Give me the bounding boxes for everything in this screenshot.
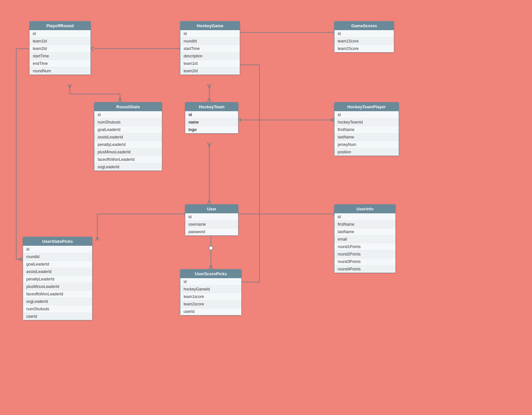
field-roundstats-penaltyleaderid: penaltyLeaderId (94, 141, 162, 148)
entity-userinfo: UserInfo id firstName lastName email rou… (334, 204, 396, 273)
field-playoffround-endtime: endTime (30, 60, 91, 67)
field-hockeygame-team1id: team1Id (180, 60, 240, 67)
field-hockeygame-description: description (180, 53, 240, 60)
svg-line-58 (19, 259, 23, 261)
entity-roundstats: RoundStats id numShutouts goalLeaderId a… (94, 102, 162, 171)
entity-user: User id username password (185, 204, 238, 236)
field-user-id: id (185, 213, 238, 221)
field-userinfo-round4points: round4Points (334, 266, 395, 273)
svg-line-20 (209, 84, 211, 88)
svg-line-25 (330, 120, 334, 122)
entity-hockeygame-header: HockeyGame (180, 21, 240, 30)
field-hockeygame-starttime: startTime (180, 45, 240, 53)
field-roundstats-sogleaderid: sogLeaderId (94, 163, 162, 171)
field-playoffround-id: id (30, 30, 91, 38)
entity-hockeyteam-header: HockeyTeam (185, 102, 238, 111)
entity-userscorepicks: UserScorePicks id hockeyGameId team1scor… (180, 269, 242, 315)
field-usp-goalleaderid: goalLeaderId (23, 261, 92, 268)
entity-playoffround-header: PlayoffRound (30, 21, 91, 30)
field-hockeyteam-logo: logo (185, 126, 238, 133)
entity-roundstats-header: RoundStats (94, 102, 162, 111)
field-gamescores-team2score: team2Score (334, 45, 394, 52)
field-uscorp-userid: userId (180, 308, 241, 315)
field-usp-faceoffswonleaderid: faceoffsWonLeaderId (23, 290, 92, 298)
svg-line-12 (118, 98, 120, 102)
field-hockeygame-team2id: team2Id (180, 67, 240, 75)
field-uscorp-id: id (180, 278, 241, 286)
field-roundstats-id: id (94, 111, 162, 119)
entity-userinfo-header: UserInfo (334, 205, 395, 213)
field-playoffround-team2id: team2Id (30, 45, 91, 53)
svg-line-48 (211, 265, 213, 269)
field-playoffround-roundnum: roundNum (30, 67, 91, 75)
field-usp-penaltyleaderid: penaltyLeaderId (23, 276, 92, 283)
svg-line-47 (209, 265, 211, 269)
svg-line-15 (70, 84, 72, 88)
field-usp-plusminusleaderid: plusMinusLeaderId (23, 283, 92, 290)
svg-line-24 (330, 118, 334, 120)
diagram-container: PlayoffRound id team1Id team2Id startTim… (0, 0, 532, 415)
field-playoffround-team1id: team1Id (30, 38, 91, 45)
field-gamescores-team1score: team1Score (334, 38, 394, 45)
svg-line-37 (97, 237, 99, 241)
field-htp-id: id (334, 111, 399, 119)
svg-line-14 (68, 84, 70, 88)
field-uscorp-team1score: team1score (180, 293, 241, 301)
field-user-password: password (185, 228, 238, 235)
entity-hockeyteam: HockeyTeam id name logo (185, 102, 238, 134)
field-htp-lastname: lastName (334, 134, 399, 141)
field-playoffround-starttime: startTime (30, 53, 91, 60)
field-htp-position: position (334, 148, 399, 156)
entity-gamescores: GameScores id team1Score team2Score (334, 21, 394, 53)
field-userinfo-id: id (334, 213, 395, 221)
svg-line-57 (19, 257, 23, 259)
field-userinfo-lastname: lastName (334, 228, 395, 236)
field-usp-userid: userId (23, 313, 92, 320)
field-roundstats-goalleaderid: goalLeaderId (94, 126, 162, 134)
svg-line-28 (207, 200, 209, 204)
field-usp-id: id (23, 246, 92, 253)
field-user-username: username (185, 221, 238, 228)
field-userinfo-round1points: round1Points (334, 243, 395, 251)
svg-point-45 (209, 246, 213, 250)
svg-line-29 (209, 200, 211, 204)
field-userinfo-round2points: round2Points (334, 251, 395, 258)
field-roundstats-numshutouts: numShutouts (94, 119, 162, 126)
field-userinfo-email: email (334, 236, 395, 243)
svg-line-31 (209, 143, 211, 147)
field-roundstats-assistleaderid: assistLeaderId (94, 134, 162, 141)
entity-userscorepicks-header: UserScorePicks (180, 269, 241, 278)
entity-hockeyteamplayer: HockeyTeamPlayer id hockeyTeamId firstNa… (334, 102, 399, 156)
entity-userstatspicks-header: UserStatsPicks (23, 237, 92, 246)
field-hockeyteam-name: name (185, 119, 238, 126)
field-roundstats-faceoffswonleaderid: faceoffsWonLeaderId (94, 156, 162, 163)
field-usp-roundid: roundId (23, 253, 92, 261)
entity-playoffround: PlayoffRound id team1Id team2Id startTim… (29, 21, 91, 75)
field-htp-jerseynum: jerseyNum (334, 141, 399, 148)
field-usp-numshutouts: numShutouts (23, 305, 92, 313)
entity-user-header: User (185, 205, 238, 213)
svg-line-19 (207, 84, 209, 88)
svg-line-17 (207, 98, 209, 102)
svg-line-13 (120, 98, 122, 102)
svg-line-36 (95, 237, 97, 241)
field-usp-assistleaderid: assistLeaderId (23, 268, 92, 276)
field-htp-firstname: firstName (334, 126, 399, 134)
field-roundstats-plusminusleaderid: plusMinusLeaderId (94, 148, 162, 156)
field-usp-sogleaderid: sogLeaderId (23, 298, 92, 305)
field-hockeyteam-id: id (185, 111, 238, 119)
field-htp-hockeyteamid: hockeyTeamId (334, 119, 399, 126)
entity-gamescores-header: GameScores (334, 21, 394, 30)
entity-userstatspicks: UserStatsPicks id roundId goalLeaderId a… (23, 237, 92, 320)
entity-hockeyteamplayer-header: HockeyTeamPlayer (334, 102, 399, 111)
svg-line-18 (209, 98, 211, 102)
field-userinfo-round3points: round3Points (334, 258, 395, 266)
field-hockeygame-id: id (180, 30, 240, 38)
entity-hockeygame: HockeyGame id roundId startTime descript… (180, 21, 240, 75)
field-hockeygame-roundid: roundId (180, 38, 240, 45)
field-uscorp-team2score: team2score (180, 301, 241, 308)
field-gamescores-id: id (334, 30, 394, 38)
field-userinfo-firstname: firstName (334, 221, 395, 228)
svg-line-30 (207, 143, 209, 147)
field-uscorp-hockeygameid: hockeyGameId (180, 286, 241, 293)
